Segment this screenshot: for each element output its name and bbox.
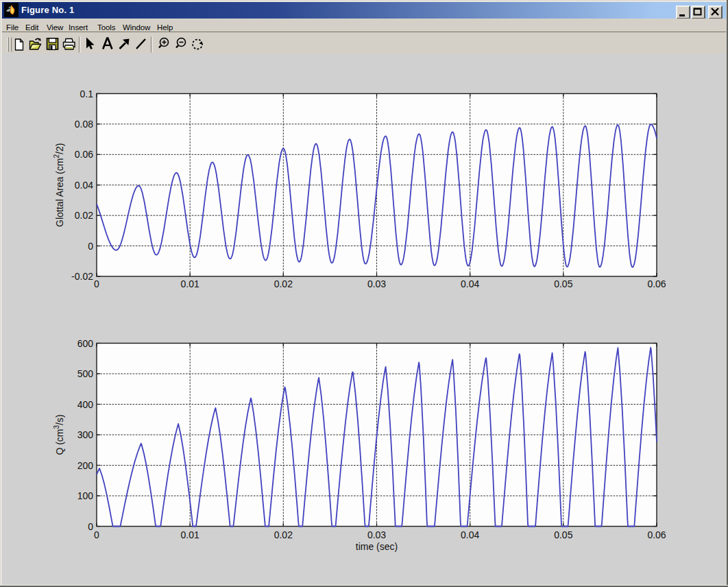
svg-text:-0.02: -0.02 <box>71 271 93 282</box>
svg-text:600: 600 <box>77 338 94 349</box>
svg-text:0.05: 0.05 <box>554 278 572 289</box>
svg-text:0.04: 0.04 <box>461 529 479 540</box>
svg-text:100: 100 <box>77 490 94 501</box>
svg-text:0.03: 0.03 <box>367 529 386 540</box>
svg-text:0.02: 0.02 <box>274 529 293 540</box>
svg-text:0: 0 <box>94 278 99 289</box>
svg-text:300: 300 <box>77 429 94 440</box>
svg-text:500: 500 <box>77 368 94 379</box>
svg-text:0.02: 0.02 <box>75 210 93 221</box>
svg-text:0.06: 0.06 <box>647 278 666 289</box>
svg-text:0: 0 <box>94 529 99 540</box>
svg-text:0.04: 0.04 <box>461 278 479 289</box>
svg-text:0.06: 0.06 <box>75 149 93 160</box>
svg-text:0.08: 0.08 <box>75 119 93 130</box>
svg-text:time (sec): time (sec) <box>356 541 398 552</box>
svg-text:0.05: 0.05 <box>554 529 572 540</box>
svg-text:0.1: 0.1 <box>80 88 94 99</box>
svg-text:0.01: 0.01 <box>181 529 199 540</box>
svg-text:0: 0 <box>88 521 93 532</box>
svg-text:Q (cm3/s): Q (cm3/s) <box>53 414 65 455</box>
svg-text:0: 0 <box>88 241 93 252</box>
svg-text:Glottal Area (cm2/2): Glottal Area (cm2/2) <box>53 143 65 227</box>
svg-text:0.03: 0.03 <box>367 278 386 289</box>
svg-text:400: 400 <box>77 399 94 410</box>
svg-text:0.02: 0.02 <box>274 278 293 289</box>
svg-text:0.06: 0.06 <box>647 529 666 540</box>
svg-text:200: 200 <box>77 460 94 471</box>
svg-text:0.01: 0.01 <box>181 278 199 289</box>
svg-text:0.04: 0.04 <box>75 180 93 191</box>
